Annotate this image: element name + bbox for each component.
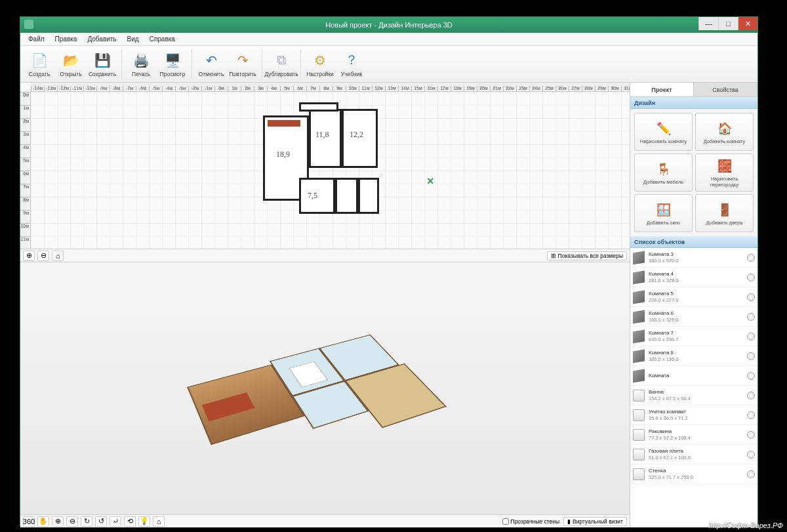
folder-open-icon: 📂 xyxy=(62,51,80,70)
object-type-icon xyxy=(633,251,645,264)
app-window: Новый проект - Дизайн Интерьера 3D — □ ✕… xyxy=(20,16,758,527)
object-type-icon xyxy=(633,349,645,363)
visibility-toggle-icon[interactable] xyxy=(747,411,755,419)
list-item[interactable]: Раковина77.3 x 57.2 x 108.4 xyxy=(630,425,757,445)
visibility-toggle-icon[interactable] xyxy=(747,431,755,439)
zoom-in-button[interactable]: ⊕ xyxy=(23,251,35,261)
visibility-toggle-icon[interactable] xyxy=(747,372,755,380)
zoom-out-3d-button[interactable]: ⊖ xyxy=(66,516,78,527)
list-item[interactable]: Комната 6168.0 x 329.0 xyxy=(630,307,757,327)
object-type-icon xyxy=(633,390,645,401)
create-button[interactable]: 📄Создать xyxy=(24,47,54,81)
undo-icon: ↶ xyxy=(202,51,220,70)
list-item[interactable]: Унитаз компакт35.6 x 36.5 x 71.2 xyxy=(630,405,757,425)
virtual-visit-button[interactable]: ▮Виртуальный визит xyxy=(563,517,627,526)
monitor-icon: 🖥️ xyxy=(163,51,182,70)
draw-room-button[interactable]: ✏️Нарисовать комнату xyxy=(634,113,693,151)
brick-wall-icon: 🧱 xyxy=(716,157,733,174)
object-label: Ванна154.2 x 67.5 x 50.4 xyxy=(649,389,743,401)
tab-project[interactable]: Проект xyxy=(630,83,694,96)
list-item[interactable]: Комната 8325.0 x 135.0 xyxy=(630,346,757,366)
home-button[interactable]: ⌂ xyxy=(52,251,64,261)
undo-button[interactable]: ↶Отменить xyxy=(196,47,226,81)
tab-properties[interactable]: Свойства xyxy=(694,83,757,96)
maximize-button[interactable]: □ xyxy=(718,17,738,30)
visibility-toggle-icon[interactable] xyxy=(747,313,755,321)
help-icon: ？ xyxy=(342,51,361,70)
zoom-in-3d-button[interactable]: ⊕ xyxy=(52,516,64,527)
menu-help[interactable]: Справка xyxy=(144,35,180,43)
pencil-room-icon: ✏️ xyxy=(655,120,672,137)
visibility-toggle-icon[interactable] xyxy=(747,293,755,301)
walk-button[interactable]: ⤾ xyxy=(110,516,121,527)
list-item[interactable]: Ванна154.2 x 67.5 x 50.4 xyxy=(630,386,757,405)
list-item[interactable]: Комната 7645.0 x 236.7 xyxy=(630,327,757,346)
rotate-cw-button[interactable]: ↻ xyxy=(81,516,92,527)
visibility-toggle-icon[interactable] xyxy=(747,470,755,478)
add-door-button[interactable]: 🚪Добавить дверь xyxy=(695,194,754,232)
horizontal-ruler: -14м-13м-12м-11м-10м-9м-8м-7м-6м-5м-4м-3… xyxy=(31,83,630,92)
object-label: Комната xyxy=(649,373,743,379)
view-3d[interactable]: 360 ✋ ⊕ ⊖ ↻ ↺ ⤾ ⟲ 💡 ⌂ Прозрачные стены ▮… xyxy=(20,262,630,527)
list-item[interactable]: Комната xyxy=(630,366,757,386)
list-item[interactable]: Комната 5226.0 x 227.0 xyxy=(630,287,757,307)
object-label: Раковина77.3 x 57.2 x 108.4 xyxy=(649,428,743,441)
room-area-3: 12,2 xyxy=(350,130,363,140)
open-button[interactable]: 📂Открыть xyxy=(56,47,86,81)
redo-icon: ↷ xyxy=(233,51,252,70)
vertical-ruler: 0м1м2м3м4м5м6м7м8м9м10м11м xyxy=(20,92,31,249)
list-item[interactable]: Газовая плита51.0 x 62.1 x 100.0 xyxy=(630,445,757,464)
camera-button[interactable]: ⟲ xyxy=(124,516,136,527)
print-button[interactable]: 🖨️Печать xyxy=(126,47,156,81)
gear-icon: ⚙ xyxy=(311,51,329,70)
object-list[interactable]: Комната 3380.0 x 570.0 Комната 4281.0 x … xyxy=(630,248,757,527)
close-button[interactable]: ✕ xyxy=(738,17,757,30)
save-button[interactable]: 💾Сохранить xyxy=(87,47,117,81)
object-label: Стенка325.0 x 71.7 x 250.0 xyxy=(649,468,743,480)
model-3d[interactable] xyxy=(181,320,494,515)
visibility-toggle-icon[interactable] xyxy=(747,392,755,399)
rotate-ccw-button[interactable]: ↺ xyxy=(95,516,107,527)
settings-button[interactable]: ⚙Настройки xyxy=(305,47,335,81)
visibility-toggle-icon[interactable] xyxy=(747,451,755,459)
window-icon: 🪟 xyxy=(655,201,672,218)
room-area-1: 18,9 xyxy=(276,150,290,159)
save-icon: 💾 xyxy=(93,51,111,70)
preview-button[interactable]: 🖥️Просмотр xyxy=(157,47,188,81)
visibility-toggle-icon[interactable] xyxy=(747,352,755,360)
menu-edit[interactable]: Правка xyxy=(50,35,83,43)
menu-file[interactable]: Файл xyxy=(23,35,50,43)
add-window-button[interactable]: 🪟Добавить окно xyxy=(634,194,693,232)
list-item[interactable]: Стенка325.0 x 71.7 x 250.0 xyxy=(630,464,757,484)
object-type-icon xyxy=(633,409,645,421)
list-item[interactable]: Комната 3380.0 x 570.0 xyxy=(630,248,757,268)
list-item[interactable]: Комната 4281.0 x 329.0 xyxy=(630,268,757,287)
add-furniture-button[interactable]: 🪑Добавить мебель xyxy=(634,153,693,192)
object-label: Комната 8325.0 x 135.0 xyxy=(649,350,743,362)
light-button[interactable]: 💡 xyxy=(138,516,150,527)
menu-add[interactable]: Добавить xyxy=(82,35,121,43)
redo-button[interactable]: ↷Повторить xyxy=(228,47,258,81)
cursor-marker-icon: × xyxy=(427,174,434,188)
visibility-toggle-icon[interactable] xyxy=(747,254,755,262)
floorplan[interactable]: 18,9 11,8 12,2 7,5 xyxy=(263,102,394,234)
show-dimensions-button[interactable]: ⊞ Показывать все размеры xyxy=(547,251,627,260)
add-room-button[interactable]: 🏠Добавить комнату xyxy=(695,113,754,151)
rotate-360-button[interactable]: 360 xyxy=(23,516,35,527)
visibility-toggle-icon[interactable] xyxy=(747,333,755,340)
plan-2d-view[interactable]: -14м-13м-12м-11м-10м-9м-8м-7м-6м-5м-4м-3… xyxy=(20,83,630,262)
watermark-text: http://Софт-Варез.РФ xyxy=(709,522,783,529)
object-label: Комната 6168.0 x 329.0 xyxy=(649,310,743,323)
pan-button[interactable]: ✋ xyxy=(37,516,49,527)
draw-partition-button[interactable]: 🧱Нарисовать перегородку xyxy=(695,153,754,192)
minimize-button[interactable]: — xyxy=(698,17,718,30)
transparent-walls-checkbox[interactable]: Прозрачные стены xyxy=(502,518,560,525)
toolbar: 📄Создать 📂Открыть 💾Сохранить 🖨️Печать 🖥️… xyxy=(20,46,757,83)
menu-view[interactable]: Вид xyxy=(122,35,144,43)
titlebar[interactable]: Новый проект - Дизайн Интерьера 3D — □ ✕ xyxy=(20,17,757,33)
tutorial-button[interactable]: ？Учебник xyxy=(336,47,367,81)
zoom-out-button[interactable]: ⊖ xyxy=(37,251,49,261)
duplicate-button[interactable]: ⧉Дублировать xyxy=(266,47,296,81)
visibility-toggle-icon[interactable] xyxy=(747,274,755,281)
home-3d-button[interactable]: ⌂ xyxy=(153,516,165,527)
